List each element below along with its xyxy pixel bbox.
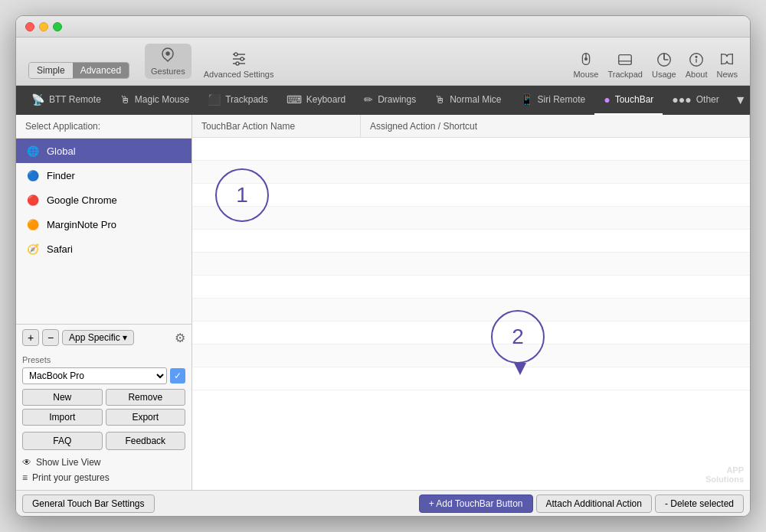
tab-drawings[interactable]: ✏ Drawings	[355, 86, 425, 115]
sidebar-list: 🌐 Global 🔵 Finder 🔴 Google Chrome 🟠 Marg…	[16, 139, 192, 324]
usage-label: Usage	[652, 70, 676, 79]
sidebar-item-finder[interactable]: 🔵 Finder	[16, 163, 192, 188]
global-icon: 🌐	[25, 143, 41, 158]
add-app-button[interactable]: +	[22, 329, 39, 346]
mouse-toolbar-item[interactable]: Mouse	[573, 51, 598, 79]
new-preset-button[interactable]: New	[22, 389, 103, 406]
table-row	[192, 230, 750, 253]
advanced-mode-button[interactable]: Advanced	[73, 63, 129, 78]
title-bar	[16, 16, 750, 38]
bottom-actions: FAQ Feedback	[22, 432, 185, 450]
sidebar-item-marginnote[interactable]: 🟠 MarginNote Pro	[16, 212, 192, 237]
usage-toolbar-item[interactable]: Usage	[652, 51, 676, 79]
tab-other-label: Other	[696, 94, 719, 105]
tab-overflow-arrow[interactable]: ▼	[728, 86, 751, 115]
chrome-icon: 🔴	[25, 192, 41, 207]
export-button[interactable]: Export	[106, 409, 186, 426]
tab-bar: 📡 BTT Remote 🖱 Magic Mouse ⬛ Trackpads ⌨…	[16, 86, 750, 115]
simple-mode-button[interactable]: Simple	[29, 63, 73, 78]
table-row	[192, 367, 750, 390]
svg-rect-10	[619, 55, 632, 65]
about-label: About	[686, 70, 708, 79]
table-row	[192, 344, 750, 367]
remove-preset-button[interactable]: Remove	[106, 389, 186, 406]
table-row	[192, 138, 750, 161]
sidebar-bottom: + − App Specific ▾ ⚙ Presets MacBook Pro…	[16, 324, 192, 490]
sidebar-item-chrome-label: Google Chrome	[47, 194, 117, 206]
import-button[interactable]: Import	[22, 409, 103, 426]
general-settings-button[interactable]: General Touch Bar Settings	[22, 494, 155, 513]
keyboard-icon: ⌨	[286, 93, 302, 106]
tab-magic-mouse[interactable]: 🖱 Magic Mouse	[110, 86, 198, 115]
minimize-button[interactable]	[39, 22, 48, 31]
presets-section: Presets MacBook Pro ✓ New Remove Import …	[22, 352, 185, 432]
tab-keyboard[interactable]: ⌨ Keyboard	[277, 86, 355, 115]
tab-btt-remote-label: BTT Remote	[49, 94, 101, 105]
presets-select[interactable]: MacBook Pro	[22, 367, 167, 384]
delete-selected-button[interactable]: - Delete selected	[655, 494, 744, 513]
tab-trackpads[interactable]: ⬛ Trackpads	[198, 86, 277, 115]
feedback-button[interactable]: Feedback	[106, 432, 186, 450]
print-gestures-row[interactable]: ≡ Print your gestures	[22, 470, 185, 485]
presets-dropdown-button[interactable]: ✓	[170, 368, 185, 383]
btt-remote-icon: 📡	[31, 93, 44, 106]
print-icon: ≡	[22, 472, 28, 483]
tab-siri-remote[interactable]: 📱 Siri Remote	[511, 86, 595, 115]
tab-siri-remote-label: Siri Remote	[538, 94, 586, 105]
tab-other[interactable]: ●●● Other	[663, 86, 728, 115]
tab-touchbar[interactable]: ● TouchBar	[594, 86, 663, 115]
tab-trackpads-label: Trackpads	[225, 94, 268, 105]
news-toolbar-item[interactable]: News	[716, 51, 738, 79]
settings-gear-icon[interactable]: ⚙	[175, 331, 185, 345]
sidebar-item-google-chrome[interactable]: 🔴 Google Chrome	[16, 188, 192, 212]
import-export-row: Import Export	[22, 409, 185, 426]
svg-point-0	[166, 52, 169, 55]
sidebar-header: Select Application:	[16, 115, 192, 139]
trackpads-icon: ⬛	[208, 93, 221, 106]
tab-keyboard-label: Keyboard	[306, 94, 345, 105]
toolbar-icons: Gestures Advanced Settings	[145, 44, 573, 79]
normal-mice-icon: 🖱	[434, 93, 445, 106]
traffic-lights	[25, 22, 62, 31]
marginnote-icon: 🟠	[25, 217, 41, 232]
sidebar-item-global-label: Global	[47, 145, 76, 157]
svg-point-9	[585, 58, 588, 60]
close-button[interactable]	[25, 22, 34, 31]
svg-point-6	[236, 62, 239, 65]
sidebar-item-global[interactable]: 🌐 Global	[16, 139, 192, 163]
about-toolbar-item[interactable]: About	[686, 51, 708, 79]
tab-normal-mice[interactable]: 🖱 Normal Mice	[425, 86, 510, 115]
table-row	[192, 161, 750, 184]
presets-label: Presets	[22, 355, 185, 364]
main-window: Simple Advanced Gestures	[15, 15, 751, 517]
svg-point-5	[241, 57, 244, 60]
svg-point-15	[696, 56, 697, 57]
tab-btt-remote[interactable]: 📡 BTT Remote	[22, 86, 110, 115]
app-specific-button[interactable]: App Specific ▾	[62, 330, 134, 345]
gestures-toolbar-item[interactable]: Gestures	[145, 44, 192, 79]
magic-mouse-icon: 🖱	[119, 93, 130, 106]
sidebar-controls: + − App Specific ▾ ⚙	[22, 329, 185, 346]
faq-button[interactable]: FAQ	[22, 432, 103, 450]
maximize-button[interactable]	[53, 22, 62, 31]
table-row	[192, 299, 750, 321]
content-rows: 1 2	[192, 138, 750, 490]
advanced-settings-toolbar-item[interactable]: Advanced Settings	[204, 50, 274, 79]
content-area: TouchBar Action Name Assigned Action / S…	[192, 115, 750, 490]
mode-switcher: Simple Advanced	[28, 62, 129, 79]
presets-select-row: MacBook Pro ✓	[22, 367, 185, 384]
finder-icon: 🔵	[25, 168, 41, 183]
sidebar-item-safari[interactable]: 🧭 Safari	[16, 237, 192, 261]
remove-app-button[interactable]: −	[42, 329, 59, 346]
sidebar: Select Application: 🌐 Global 🔵 Finder 🔴 …	[16, 115, 192, 490]
add-touchbar-button[interactable]: + Add TouchBar Button	[419, 494, 533, 513]
touchbar-icon: ●	[604, 93, 610, 106]
show-live-view-row[interactable]: 👁 Show Live View	[22, 455, 185, 470]
assigned-action-col-header: Assigned Action / Shortcut	[361, 115, 750, 137]
trackpad-label: Trackpad	[607, 70, 642, 79]
svg-point-4	[234, 53, 237, 56]
sidebar-item-marginnote-label: MarginNote Pro	[47, 219, 116, 230]
table-row	[192, 253, 750, 276]
attach-action-button[interactable]: Attach Additional Action	[536, 494, 652, 513]
trackpad-toolbar-item[interactable]: Trackpad	[607, 51, 642, 79]
